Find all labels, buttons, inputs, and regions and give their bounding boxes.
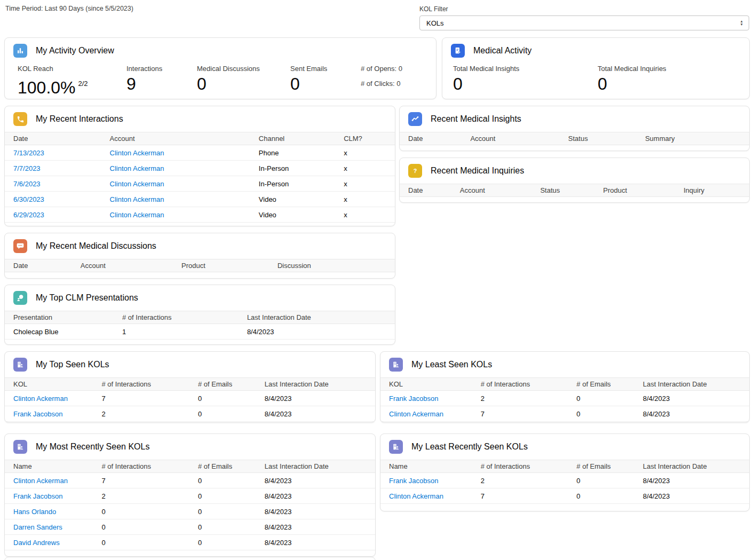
cell-link[interactable]: Clinton Ackerman	[110, 195, 164, 203]
card-least-recently-seen-kols: My Least Recently Seen KOLs Name# of Int…	[380, 433, 750, 511]
table-cell: 2	[98, 406, 194, 422]
kol-dashboard: Time Period: Last 90 Days (since 5/5/202…	[0, 0, 754, 560]
column-header: # of Interactions	[98, 378, 194, 391]
stat-value: 9	[126, 73, 197, 94]
least-recently-seen-kols-table: Name# of Interactions# of EmailsLast Int…	[380, 460, 749, 504]
cell-link[interactable]: David Andrews	[13, 539, 60, 547]
card-top-seen-kols: My Top Seen KOLs KOL# of Interactions# o…	[4, 351, 376, 423]
table-cell: 7	[477, 488, 573, 504]
kol-filter-label: KOL Filter	[419, 5, 749, 13]
table-header-row: Name# of Interactions# of EmailsLast Int…	[5, 460, 375, 473]
column-header: # of Interactions	[477, 460, 573, 473]
cell-link[interactable]: Frank Jacobson	[13, 492, 63, 500]
table-row: Frank Jacobson208/4/2023	[380, 391, 749, 406]
cell-link[interactable]: 6/30/2023	[13, 195, 44, 203]
stat-label: Total Medical Inquiries	[598, 65, 666, 73]
cell-link[interactable]: 6/29/2023	[13, 211, 44, 219]
table-cell: Frank Jacobson	[5, 488, 98, 504]
table-row: 7/7/2023Clinton AckermanIn-Personx	[5, 161, 395, 176]
table-cell: x	[339, 207, 395, 223]
table-cell: Darren Sanders	[5, 519, 98, 535]
table-row: Frank Jacobson208/4/2023	[380, 473, 749, 488]
table-cell: Clinton Ackerman	[106, 161, 255, 176]
card-header: My Recent Interactions	[5, 106, 395, 132]
column-header: # of Interactions	[477, 378, 573, 391]
select-stepper-icon: ▲▼	[740, 20, 743, 26]
cell-link[interactable]: Clinton Ackerman	[389, 492, 443, 500]
card-title: Medical Activity	[473, 46, 531, 56]
table-header-row: Presentation# of InteractionsLast Intera…	[5, 311, 395, 324]
table-cell: 8/4/2023	[639, 406, 749, 422]
time-period-label: Time Period: Last 90 Days (since 5/5/202…	[5, 5, 133, 12]
clm-presentations-table: Presentation# of InteractionsLast Intera…	[5, 311, 395, 340]
table-cell: 8/4/2023	[260, 406, 375, 422]
column-header: Date	[5, 132, 106, 145]
table-cell: 6/30/2023	[5, 192, 106, 207]
column-header: Last Interaction Date	[243, 311, 395, 324]
card-medical-inquiries: ? Recent Medical Inquiries DateAccountSt…	[399, 157, 750, 203]
card-header: My Least Seen KOLs	[380, 352, 749, 377]
table-row: Hans Orlando008/4/2023	[5, 504, 375, 519]
cell-link[interactable]: Frank Jacobson	[389, 395, 439, 403]
cell-link[interactable]: Clinton Ackerman	[110, 164, 164, 172]
column-header: # of Interactions	[98, 460, 194, 473]
cell-link[interactable]: Frank Jacobson	[389, 477, 439, 485]
card-header: My Least Recently Seen KOLs	[380, 434, 749, 460]
kol-filter-select[interactable]: KOLs ▲▼	[419, 15, 749, 30]
table-cell: 0	[98, 519, 194, 535]
cell-link[interactable]: Clinton Ackerman	[110, 149, 164, 157]
column-header: Discussion	[273, 259, 395, 272]
cell-link[interactable]: Clinton Ackerman	[13, 395, 68, 403]
cell-link[interactable]: 7/13/2023	[13, 149, 44, 157]
column-header: # of Interactions	[118, 311, 243, 324]
building-person-icon	[389, 358, 403, 372]
cell-link[interactable]: Clinton Ackerman	[389, 410, 443, 418]
table-cell: 7	[98, 473, 194, 488]
column-header: KOL	[5, 378, 98, 391]
table-row: 7/6/2023Clinton AckermanIn-Personx	[5, 176, 395, 192]
card-header: Medical Activity	[442, 38, 749, 64]
column-header: Date	[5, 259, 76, 272]
card-header: My Top Seen KOLs	[5, 352, 375, 377]
column-header: Summary	[641, 132, 749, 145]
medical-insights-table: DateAccountStatusSummary	[400, 132, 749, 145]
cell-link[interactable]: 7/6/2023	[13, 180, 41, 188]
column-header: Presentation	[5, 311, 118, 324]
card-medical-insights: Recent Medical Insights DateAccountStatu…	[399, 106, 750, 151]
table-cell: 7/13/2023	[5, 145, 106, 161]
card-header: My Most Recently Seen KOLs	[5, 434, 375, 460]
column-header: Inquiry	[679, 184, 749, 197]
column-header: Last Interaction Date	[260, 378, 375, 391]
cell-link[interactable]: Hans Orlando	[13, 508, 56, 516]
medical-inquiries-table: DateAccountStatusProductInquiry	[400, 184, 749, 197]
cell-link[interactable]: Darren Sanders	[13, 523, 62, 531]
column-header: Status	[564, 132, 641, 145]
card-least-seen-kols: My Least Seen KOLs KOL# of Interactions#…	[380, 351, 750, 423]
cell-link[interactable]: Frank Jacobson	[13, 410, 63, 418]
table-cell: 0	[98, 535, 194, 550]
table-cell: 0	[98, 504, 194, 519]
cell-link[interactable]: 7/7/2023	[13, 164, 41, 172]
column-header: Last Interaction Date	[639, 460, 749, 473]
cell-link[interactable]: Clinton Ackerman	[110, 180, 164, 188]
table-cell: x	[339, 161, 395, 176]
table-cell: 0	[194, 488, 260, 504]
table-cell: Frank Jacobson	[5, 406, 98, 422]
table-header-row: KOL# of Interactions# of EmailsLast Inte…	[5, 378, 375, 391]
phone-icon	[13, 112, 27, 126]
card-header: ? Recent Medical Inquiries	[400, 158, 749, 184]
table-row: Clinton Ackerman708/4/2023	[380, 406, 749, 422]
table-cell: 8/4/2023	[243, 324, 395, 340]
table-header-row: DateAccountProductDiscussion	[5, 259, 395, 272]
cell-link[interactable]: Clinton Ackerman	[13, 477, 68, 485]
column-header: # of Emails	[194, 378, 260, 391]
table-cell: Cholecap Blue	[5, 324, 118, 340]
table-cell: 0	[194, 473, 260, 488]
card-title: My Most Recently Seen KOLs	[36, 442, 149, 452]
cell-link[interactable]: Clinton Ackerman	[110, 211, 164, 219]
table-header-row: KOL# of Interactions# of EmailsLast Inte…	[380, 378, 749, 391]
column-header: Account	[106, 132, 255, 145]
column-header: Account	[76, 259, 177, 272]
stat-opens-clicks: # of Opens: 0 # of Clicks: 0	[361, 65, 402, 98]
card-clm-presentations: My Top CLM Presentations Presentation# o…	[4, 285, 395, 345]
